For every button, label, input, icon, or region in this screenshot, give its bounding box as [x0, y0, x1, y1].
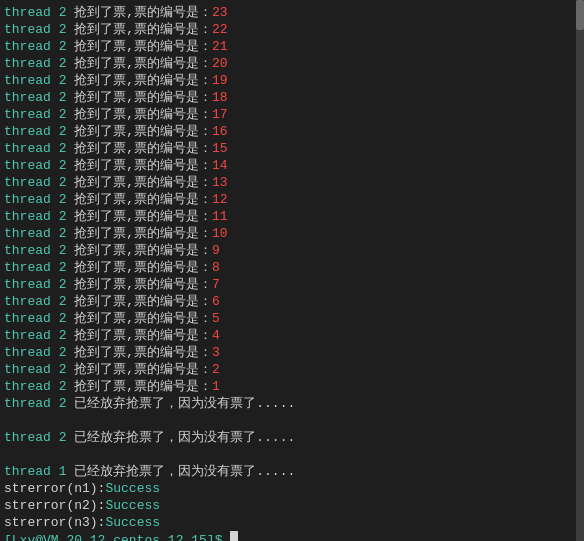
list-item: thread 2 已经放弃抢票了，因为没有票了.....: [4, 429, 580, 446]
terminal-prompt[interactable]: [Lxy@VM_20_12_centos_12_15]$: [4, 531, 580, 541]
list-item: thread 2 抢到了票,票的编号是： 13: [4, 174, 580, 191]
list-item: thread 2 抢到了票,票的编号是： 3: [4, 344, 580, 361]
list-item: thread 1 已经放弃抢票了，因为没有票了.....: [4, 463, 580, 480]
list-item: thread 2 抢到了票,票的编号是： 8: [4, 259, 580, 276]
terminal-window: thread 2 抢到了票,票的编号是： 23 thread 2 抢到了票,票的…: [0, 0, 584, 541]
list-item: thread 2 抢到了票,票的编号是： 18: [4, 89, 580, 106]
blank-line: [4, 412, 580, 429]
list-item: thread 2 抢到了票,票的编号是： 7: [4, 276, 580, 293]
list-item: thread 2 抢到了票,票的编号是： 23: [4, 4, 580, 21]
list-item: thread 2 抢到了票,票的编号是： 17: [4, 106, 580, 123]
list-item: thread 2 抢到了票,票的编号是： 12: [4, 191, 580, 208]
strerror-n3-line: strerror(n3): Success: [4, 514, 580, 531]
list-item: thread 2 抢到了票,票的编号是： 6: [4, 293, 580, 310]
list-item: thread 2 抢到了票,票的编号是： 10: [4, 225, 580, 242]
list-item: thread 2 抢到了票,票的编号是： 1: [4, 378, 580, 395]
list-item: thread 2 抢到了票,票的编号是： 15: [4, 140, 580, 157]
list-item: thread 2 抢到了票,票的编号是： 19: [4, 72, 580, 89]
scrollbar[interactable]: [576, 0, 584, 541]
list-item: thread 2 抢到了票,票的编号是： 20: [4, 55, 580, 72]
list-item: thread 2 抢到了票,票的编号是： 14: [4, 157, 580, 174]
list-item: thread 2 已经放弃抢票了，因为没有票了.....: [4, 395, 580, 412]
list-item: thread 2 抢到了票,票的编号是： 22: [4, 21, 580, 38]
blank-line: [4, 446, 580, 463]
scrollbar-thumb[interactable]: [576, 0, 584, 30]
strerror-n1-line: strerror(n1): Success: [4, 480, 580, 497]
list-item: thread 2 抢到了票,票的编号是： 21: [4, 38, 580, 55]
list-item: thread 2 抢到了票,票的编号是： 5: [4, 310, 580, 327]
strerror-n2-line: strerror(n2): Success: [4, 497, 580, 514]
cursor-icon: [230, 531, 238, 541]
list-item: thread 2 抢到了票,票的编号是： 4: [4, 327, 580, 344]
list-item: thread 2 抢到了票,票的编号是： 16: [4, 123, 580, 140]
list-item: thread 2 抢到了票,票的编号是： 9: [4, 242, 580, 259]
list-item: thread 2 抢到了票,票的编号是： 11: [4, 208, 580, 225]
list-item: thread 2 抢到了票,票的编号是： 2: [4, 361, 580, 378]
